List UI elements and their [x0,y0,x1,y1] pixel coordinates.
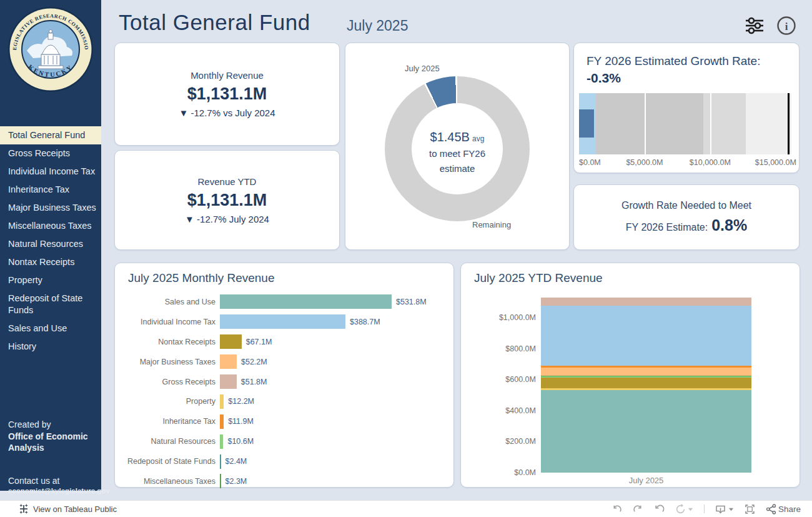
kpi-delta: ▼ -12.7% vs July 2024 [179,108,275,118]
svg-text:i: i [785,21,788,33]
sidebar-item-history[interactable]: History [0,338,101,356]
bar-miscellaneous-taxes[interactable] [220,474,221,488]
sidebar-nav: Total General FundGross ReceiptsIndividu… [0,126,101,356]
bar-nontax-receipts[interactable] [220,334,242,349]
ytd-segment-gross-receipts[interactable] [541,298,751,306]
bar-category-label: Gross Receipts [115,378,220,386]
ytd-stacked-bar[interactable] [541,298,751,473]
bullet-reference-line [788,93,790,154]
ytd-segment-individual-income-tax[interactable] [541,306,751,366]
sidebar-item-total-general-fund[interactable]: Total General Fund [0,126,101,144]
bullet-axis-tick: $10,000.0M [690,158,731,167]
filter-sliders-icon[interactable] [744,15,765,36]
sidebar-item-property[interactable]: Property [0,271,101,289]
sidebar-item-major-business-taxes[interactable]: Major Business Taxes [0,199,101,217]
ytd-x-label: July 2025 [541,476,751,485]
bar-row: Major Business Taxes$52.2M [115,352,455,372]
bar-category-label: Inheritance Tax [115,417,220,426]
donut-center-text: $1.45B avg to meet FY26 estimate [395,129,519,176]
bar-value-label: $12.2M [228,397,254,406]
bar-value-label: $51.8M [241,378,267,386]
ytd-axis-tick: $800.0M [505,344,536,353]
bar-redeposit-of-state-funds[interactable] [220,454,221,469]
bar-category-label: Individual Income Tax [115,318,220,326]
bar-category-label: Nontax Receipts [115,338,220,346]
bar-row: Redeposit of State Funds$2.4M [115,451,455,471]
ytd-segment-nontax-receipts[interactable] [541,378,751,388]
bar-row: Inheritance Tax$11.9M [115,411,455,431]
bar-inheritance-tax[interactable] [220,414,224,429]
bar-category-label: Natural Resources [115,437,220,446]
bar-sales-and-use[interactable] [220,294,392,309]
bar-row: Nontax Receipts$67.1M [115,332,455,352]
page-subtitle: July 2025 [347,18,408,34]
created-by-label: Created by [8,419,96,431]
bullet-chart[interactable] [579,93,796,154]
kpi-title: Revenue YTD [198,176,257,187]
ytd-axis-tick: $1,000.0M [499,313,536,322]
bar-gross-receipts[interactable] [220,374,237,389]
bar-value-label: $2.3M [225,477,247,486]
redo-button[interactable] [633,504,643,514]
info-icon[interactable]: i [776,15,797,36]
ytd-chart-title: July 2025 YTD Revenue [474,271,603,285]
bar-row: Individual Income Tax$388.7M [115,312,455,332]
ytd-segment-major-business-taxes[interactable] [541,368,751,376]
fy26-progress-donut-card: July 2025 $1.45B avg to meet FY26 estima… [345,43,570,250]
sidebar-item-nontax-receipts[interactable]: Nontax Receipts [0,253,101,271]
view-on-tableau-public-button[interactable]: View on Tableau Public [19,504,117,514]
sidebar-item-sales-and-use[interactable]: Sales and Use [0,319,101,338]
sidebar: LEGISLATIVE RESEARCH COMMISSION KENTUCKY… [0,0,101,491]
download-button[interactable] [715,504,734,514]
bar-individual-income-tax[interactable] [220,314,345,329]
bullet-axis-tick: $5,000.0M [626,158,663,167]
refresh-button[interactable] [675,504,693,514]
bar-property[interactable] [220,394,224,409]
toolbar-separator [704,504,705,513]
sidebar-item-miscellaneous-taxes[interactable]: Miscellaneous Taxes [0,217,101,235]
bullet-band [746,93,791,154]
bar-value-label: $531.8M [396,298,427,306]
bar-category-label: Property [115,397,220,406]
bar-category-label: Redeposit of State Funds [115,457,220,466]
sidebar-footer: Created by Office of Economic Analysis C… [8,419,96,494]
fullscreen-button[interactable] [745,504,755,514]
sidebar-item-natural-resources[interactable]: Natural Resources [0,235,101,253]
lrc-seal-logo: LEGISLATIVE RESEARCH COMMISSION KENTUCKY [7,6,94,96]
bullet-gridline [645,93,646,154]
sidebar-item-gross-receipts[interactable]: Gross Receipts [0,144,101,163]
sidebar-item-inheritance-tax[interactable]: Inheritance Tax [0,181,101,199]
bar-value-label: $52.2M [241,358,267,366]
bar-row: Miscellaneous Taxes$2.3M [115,471,455,491]
growth-line1: Growth Rate Needed to Meet [621,200,751,211]
reset-button[interactable] [654,504,665,514]
bullet-axis-tick: $0.0M [579,158,601,167]
bar-row: Gross Receipts$51.8M [115,372,455,392]
bullet-value-bar[interactable] [579,109,594,138]
sidebar-item-individual-income-tax[interactable]: Individual Income Tax [0,163,101,181]
monthly-revenue-chart-card: July 2025 Monthly Revenue Sales and Use$… [114,263,454,488]
ytd-axis-tick: $200.0M [505,437,536,446]
share-button[interactable]: Share [766,504,801,514]
bar-category-label: Major Business Taxes [115,358,220,366]
monthly-revenue-card: Monthly Revenue $1,131.1M ▼ -12.7% vs Ju… [114,43,340,146]
kpi-value: $1,131.1M [187,84,267,104]
growth-rate-bullet-card: FY 2026 Estimated Growth Rate: -0.3% $0.… [573,43,800,173]
undo-button[interactable] [611,504,622,514]
ytd-axis-tick: $600.0M [505,375,536,384]
contact-email[interactable]: economist@kylegislature.gov [8,487,96,494]
bar-value-label: $388.7M [350,318,380,326]
bar-row: Natural Resources$10.6M [115,431,455,451]
bullet-gridline [710,93,711,154]
sidebar-item-redeposit-of-state-funds[interactable]: Redeposit of State Funds [0,289,101,319]
bar-category-label: Sales and Use [115,298,220,306]
growth-needed-card: Growth Rate Needed to Meet FY 2026 Estim… [573,184,800,250]
bar-value-label: $10.6M [227,437,254,446]
donut-slice-label: Remaining [472,220,511,229]
page-title: Total General Fund [119,10,310,35]
ytd-segment-sales-and-use[interactable] [541,390,751,473]
growth-line2: FY 2026 Estimate: [626,222,708,233]
bar-major-business-taxes[interactable] [220,354,237,369]
bar-natural-resources[interactable] [220,434,223,449]
bar-value-label: $67.1M [246,338,272,346]
